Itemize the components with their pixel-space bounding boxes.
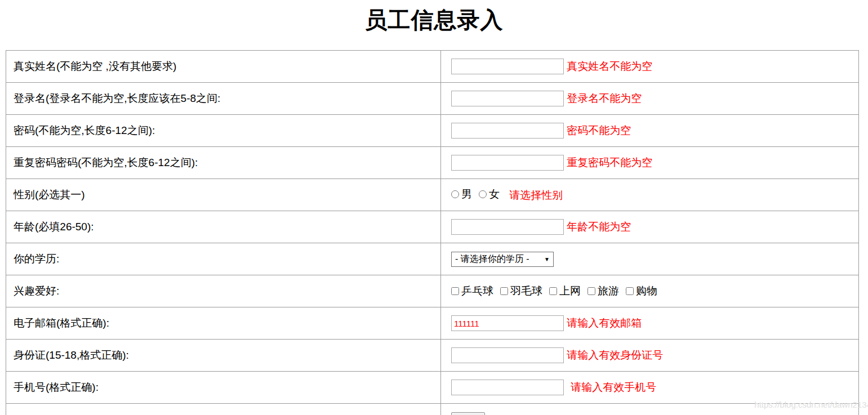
table-row: 电子邮箱(格式正确): 请输入有效邮箱 [6, 307, 859, 340]
hobby-pingpong-label: 乒乓球 [461, 284, 493, 298]
hobbies-label: 兴趣爱好: [6, 275, 441, 307]
education-select-value: - 请选择你的学历 - [455, 253, 529, 265]
save-button[interactable]: 保存 [451, 412, 485, 415]
email-input[interactable] [451, 315, 564, 331]
gender-male-radio[interactable] [451, 190, 459, 198]
gender-error: 请选择性别 [509, 189, 563, 201]
real-name-label: 真实姓名(不能为空 ,没有其他要求) [6, 51, 441, 83]
login-name-label: 登录名(登录名不能为空,长度应该在5-8之间: [6, 83, 441, 115]
table-row: 性别(必选其一) 男 女 请选择性别 [6, 179, 859, 211]
phone-error: 请输入有效手机号 [571, 381, 656, 393]
gender-female-label: 女 [489, 187, 500, 202]
hobby-shopping-option[interactable]: 购物 [626, 284, 657, 298]
hobby-travel-option[interactable]: 旅游 [587, 284, 619, 298]
hobby-internet-label: 上网 [559, 284, 581, 298]
repeat-password-label: 重复密码密码(不能为空,长度6-12之间): [6, 147, 441, 179]
age-label: 年龄(必填26-50): [6, 211, 441, 243]
password-input[interactable] [451, 123, 564, 139]
gender-female-option[interactable]: 女 [479, 187, 500, 202]
id-card-label: 身份证(15-18,格式正确): [6, 340, 441, 372]
hobby-badminton-label: 羽毛球 [510, 284, 542, 298]
hobbies-checkbox-group: 乒乓球 羽毛球 上网 旅游 [451, 284, 664, 298]
password-error: 密码不能为空 [567, 124, 631, 136]
table-row: 重复密码密码(不能为空,长度6-12之间): 重复密码不能为空 [6, 147, 859, 179]
gender-radio-group: 男 女 [451, 187, 506, 202]
phone-input[interactable] [451, 380, 564, 395]
hobby-internet-checkbox[interactable] [549, 287, 557, 295]
table-row: 兴趣爱好: 乒乓球 羽毛球 上网 [6, 275, 859, 307]
education-select[interactable]: - 请选择你的学历 - ▼ [451, 252, 554, 267]
csdn-watermark: https://blog.csdn.net/dawn2134 [754, 400, 868, 409]
table-row: 手机号(格式正确): 请输入有效手机号 [6, 372, 859, 404]
password-label: 密码(不能为空,长度6-12之间): [6, 115, 441, 147]
email-error: 请输入有效邮箱 [567, 317, 642, 329]
hobby-internet-option[interactable]: 上网 [549, 284, 581, 298]
login-name-error: 登录名不能为空 [567, 92, 642, 104]
hobby-travel-label: 旅游 [598, 284, 619, 298]
hobby-shopping-label: 购物 [636, 284, 657, 298]
id-card-input[interactable] [451, 347, 564, 363]
education-label: 你的学历: [6, 243, 441, 275]
chevron-down-icon: ▼ [544, 256, 550, 262]
hobby-travel-checkbox[interactable] [587, 287, 595, 295]
gender-female-radio[interactable] [479, 190, 487, 198]
repeat-password-error: 重复密码不能为空 [567, 157, 652, 168]
page-title: 员工信息录入 [0, 5, 868, 35]
table-row: 保存 [6, 404, 859, 415]
real-name-error: 真实姓名不能为空 [567, 60, 652, 72]
age-input[interactable] [451, 219, 564, 235]
gender-label: 性别(必选其一) [6, 179, 441, 211]
hobby-pingpong-checkbox[interactable] [451, 287, 459, 295]
employee-form-table: 真实姓名(不能为空 ,没有其他要求) 真实姓名不能为空 登录名(登录名不能为空,… [6, 50, 859, 415]
age-error: 年龄不能为空 [567, 221, 631, 233]
real-name-input[interactable] [451, 59, 564, 74]
table-row: 年龄(必填26-50): 年龄不能为空 [6, 211, 859, 243]
table-row: 登录名(登录名不能为空,长度应该在5-8之间: 登录名不能为空 [6, 83, 859, 115]
gender-male-option[interactable]: 男 [451, 187, 472, 202]
table-row: 身份证(15-18,格式正确): 请输入有效身份证号 [6, 340, 859, 372]
email-label: 电子邮箱(格式正确): [6, 307, 441, 340]
table-row: 你的学历: - 请选择你的学历 - ▼ [6, 243, 859, 275]
hobby-badminton-checkbox[interactable] [500, 287, 508, 295]
repeat-password-input[interactable] [451, 155, 564, 171]
gender-male-label: 男 [461, 187, 472, 202]
save-row-empty-cell [6, 404, 441, 415]
table-row: 真实姓名(不能为空 ,没有其他要求) 真实姓名不能为空 [6, 51, 859, 83]
hobby-badminton-option[interactable]: 羽毛球 [500, 284, 542, 298]
table-row: 密码(不能为空,长度6-12之间): 密码不能为空 [6, 115, 859, 147]
hobby-shopping-checkbox[interactable] [626, 287, 634, 295]
hobby-pingpong-option[interactable]: 乒乓球 [451, 284, 493, 298]
id-card-error: 请输入有效身份证号 [567, 349, 663, 361]
login-name-input[interactable] [451, 91, 564, 106]
phone-label: 手机号(格式正确): [6, 372, 441, 404]
